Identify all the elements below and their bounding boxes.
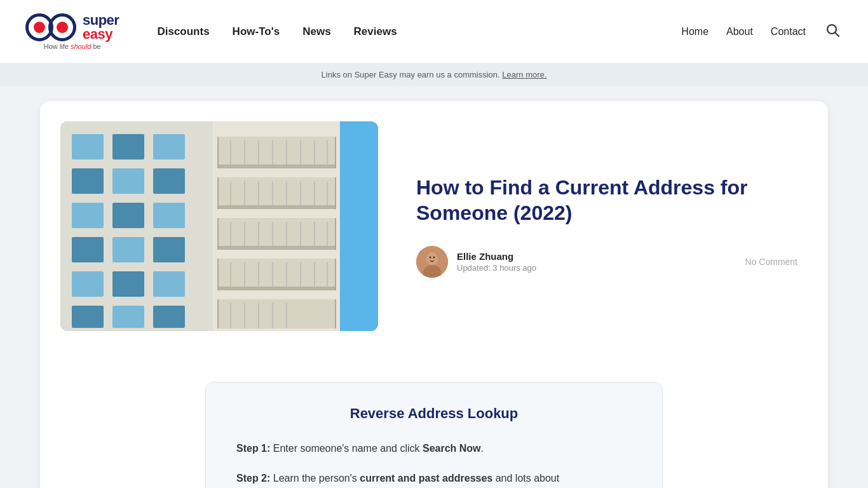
lookup-box: Reverse Address Lookup Step 1: Enter som… xyxy=(205,382,663,488)
article-title: How to Find a Current Address for Someon… xyxy=(416,175,797,226)
search-button[interactable] xyxy=(824,21,843,42)
step1-body: Enter someone's name and click xyxy=(270,443,423,454)
svg-rect-23 xyxy=(72,306,104,328)
svg-rect-11 xyxy=(72,168,104,194)
article-card: How to Find a Current Address for Someon… xyxy=(40,101,828,488)
step1-text: Step 1: Enter someone's name and click S… xyxy=(236,440,632,457)
svg-rect-25 xyxy=(153,306,185,328)
step1-label: Step 1: xyxy=(236,443,270,454)
svg-point-86 xyxy=(430,257,431,259)
logo-brand-bottom: easy xyxy=(83,27,119,41)
main-navigation: Discounts How-To's News Reviews xyxy=(157,20,681,43)
article-header: How to Find a Current Address for Someon… xyxy=(40,101,828,356)
step2-end: and lots about xyxy=(492,473,559,484)
lookup-title: Reverse Address Lookup xyxy=(236,405,632,422)
step2-body: Learn the person's xyxy=(270,473,360,484)
svg-rect-64 xyxy=(218,287,336,290)
svg-rect-14 xyxy=(72,203,104,228)
svg-rect-27 xyxy=(218,137,336,168)
svg-line-1 xyxy=(835,32,839,36)
nav-contact[interactable]: Contact xyxy=(771,26,806,37)
svg-rect-28 xyxy=(218,165,336,168)
svg-point-84 xyxy=(426,252,438,265)
step1-bold: Search Now xyxy=(423,443,481,454)
logo-dot-left xyxy=(34,22,45,33)
right-navigation: Home About Contact xyxy=(681,21,843,42)
svg-rect-15 xyxy=(112,203,144,228)
commission-link[interactable]: Learn more. xyxy=(502,70,546,79)
commission-bar: Links on Super Easy may earn us a commis… xyxy=(0,64,868,86)
svg-rect-52 xyxy=(218,246,336,250)
svg-rect-22 xyxy=(153,271,185,297)
svg-rect-21 xyxy=(112,271,144,297)
svg-rect-24 xyxy=(112,306,144,328)
nav-howtos[interactable]: How-To's xyxy=(233,20,280,43)
svg-rect-51 xyxy=(218,218,336,250)
no-comment: No Comment xyxy=(745,257,797,267)
svg-rect-40 xyxy=(218,205,336,209)
svg-rect-13 xyxy=(153,168,185,194)
svg-point-87 xyxy=(433,257,435,259)
svg-rect-19 xyxy=(153,237,185,262)
avatar-image xyxy=(416,246,448,278)
author-name: Ellie Zhuang xyxy=(457,251,536,262)
svg-rect-39 xyxy=(218,177,336,209)
avatar xyxy=(416,246,448,278)
svg-rect-18 xyxy=(112,237,144,262)
commission-text: Links on Super Easy may earn us a commis… xyxy=(322,70,503,79)
logo-circle-left xyxy=(25,13,53,41)
svg-rect-17 xyxy=(72,237,104,262)
step1-end: . xyxy=(481,443,484,454)
article-image xyxy=(60,121,378,331)
content-section: Reverse Address Lookup Step 1: Enter som… xyxy=(40,356,828,488)
svg-rect-12 xyxy=(112,168,144,194)
author-row: Ellie Zhuang Updated: 3 hours ago No Com… xyxy=(416,246,797,278)
nav-news[interactable]: News xyxy=(302,20,330,43)
site-header: super easy How life should be Discounts … xyxy=(0,0,868,64)
author-updated: Updated: 3 hours ago xyxy=(457,263,536,273)
nav-home[interactable]: Home xyxy=(681,26,709,37)
article-info: How to Find a Current Address for Someon… xyxy=(416,175,797,278)
building-illustration xyxy=(60,121,378,331)
site-logo[interactable]: super easy How life should be xyxy=(25,13,119,50)
logo-dot-right xyxy=(57,22,68,33)
svg-rect-63 xyxy=(218,259,336,290)
svg-rect-9 xyxy=(112,134,144,159)
svg-rect-10 xyxy=(153,134,185,159)
step2-text: Step 2: Learn the person's current and p… xyxy=(236,470,632,487)
svg-rect-8 xyxy=(72,134,104,159)
search-icon xyxy=(826,24,840,37)
nav-discounts[interactable]: Discounts xyxy=(157,20,209,43)
step2-bold: current and past addresses xyxy=(360,473,492,484)
logo-brand-top: super xyxy=(83,13,119,27)
nav-reviews[interactable]: Reviews xyxy=(354,20,397,43)
svg-rect-75 xyxy=(218,299,336,329)
svg-rect-20 xyxy=(72,271,104,297)
step2-label: Step 2: xyxy=(236,473,270,484)
logo-tagline: How life should be xyxy=(44,43,101,50)
svg-rect-16 xyxy=(153,203,185,228)
nav-about[interactable]: About xyxy=(726,26,753,37)
author-meta: Ellie Zhuang Updated: 3 hours ago xyxy=(457,251,536,273)
main-content: How to Find a Current Address for Someon… xyxy=(21,101,847,488)
